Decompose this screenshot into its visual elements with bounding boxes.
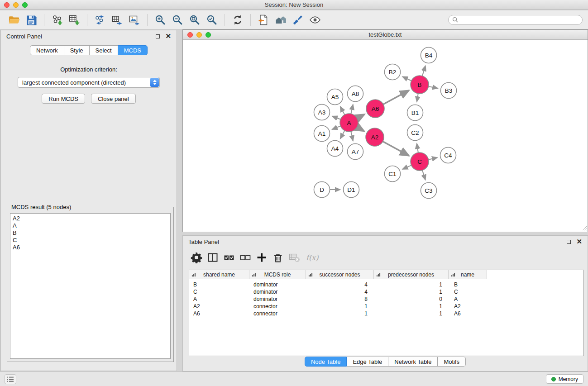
graph-node-A4[interactable]: A4	[327, 141, 343, 157]
graph-edge-C-C1[interactable]	[402, 165, 411, 169]
mcds-result-item[interactable]: A2	[13, 215, 168, 222]
graph-node-C4[interactable]: C4	[440, 148, 456, 163]
graph-node-D[interactable]: D	[314, 182, 330, 198]
close-panel-button[interactable]: Close panel	[91, 94, 136, 104]
run-mcds-button[interactable]: Run MCDS	[42, 94, 85, 104]
graph-node-B4[interactable]: B4	[421, 48, 437, 63]
graph-node-A[interactable]: A	[340, 114, 358, 132]
tab-mcds[interactable]: MCDS	[118, 45, 148, 55]
optimization-criterion-dropdown[interactable]: largest connected component (directed)	[18, 77, 160, 88]
memory-button[interactable]: Memory	[546, 374, 583, 384]
column-header-successor-nodes[interactable]: successor nodes	[306, 270, 374, 279]
graph-node-B1[interactable]: B1	[407, 105, 423, 121]
open-document-button[interactable]	[255, 12, 272, 28]
graph-edge-B-B4[interactable]	[422, 66, 425, 76]
graph-edge-A-A3[interactable]	[332, 116, 340, 119]
table-row[interactable]: Bdominator41B	[189, 281, 583, 288]
settings-gear-button[interactable]	[188, 250, 205, 265]
add-row-button[interactable]	[253, 250, 270, 265]
graph-edge-A-A6[interactable]	[357, 114, 365, 119]
close-traffic-button[interactable]	[4, 2, 10, 8]
graph-edge-A-A7[interactable]	[351, 132, 353, 141]
graph-edge-A-A4[interactable]	[340, 131, 345, 139]
tab-node-table[interactable]: Node Table	[305, 357, 347, 367]
open-session-button[interactable]	[5, 12, 23, 28]
mcds-result-item[interactable]: A	[13, 222, 168, 229]
search-input[interactable]	[460, 17, 578, 23]
graph-node-C1[interactable]: C1	[385, 166, 401, 182]
mcds-result-item[interactable]: C	[13, 237, 168, 244]
close-panel-icon[interactable]: ✕	[165, 34, 171, 38]
tab-motifs[interactable]: Motifs	[438, 357, 466, 367]
graph-edge-A2-C[interactable]	[383, 142, 409, 156]
graph-node-B3[interactable]: B3	[441, 83, 457, 99]
graph-node-C2[interactable]: C2	[407, 125, 423, 141]
zoom-in-button[interactable]	[152, 12, 169, 28]
delete-table-button[interactable]	[286, 250, 302, 265]
column-visibility-button[interactable]	[205, 250, 221, 265]
graph-node-A6[interactable]: A6	[366, 100, 384, 118]
graph-edge-A6-B[interactable]	[383, 91, 409, 105]
import-table-file-button[interactable]	[66, 12, 83, 28]
tab-network-table[interactable]: Network Table	[388, 357, 438, 367]
zoom-traffic-button[interactable]	[22, 2, 28, 8]
column-header-name[interactable]: name	[449, 270, 487, 279]
graph-edge-C-C3[interactable]	[422, 170, 425, 180]
tab-style[interactable]: Style	[64, 45, 90, 55]
minimize-traffic-button[interactable]	[13, 2, 19, 8]
delete-rows-button[interactable]	[270, 250, 286, 265]
table-row[interactable]: A2connector11A2	[189, 303, 583, 310]
zoom-fit-button[interactable]	[186, 12, 203, 28]
refresh-view-button[interactable]	[229, 12, 246, 28]
network-minimize-button[interactable]	[196, 32, 202, 38]
export-table-button[interactable]	[109, 12, 126, 28]
graph-node-B[interactable]: B	[411, 76, 429, 94]
graph-edge-A-A2[interactable]	[357, 127, 364, 131]
graph-node-D1[interactable]: D1	[344, 182, 359, 198]
network-zoom-button[interactable]	[206, 32, 211, 38]
column-header-predecessor-nodes[interactable]: predecessor nodes	[374, 270, 449, 279]
save-session-button[interactable]	[23, 12, 40, 28]
network-close-button[interactable]	[187, 32, 193, 38]
graph-node-B2[interactable]: B2	[385, 64, 401, 80]
tab-edge-table[interactable]: Edge Table	[347, 357, 388, 367]
graph-node-A1[interactable]: A1	[314, 126, 330, 142]
search-box[interactable]	[448, 15, 583, 25]
graph-edge-A-A8[interactable]	[351, 105, 353, 114]
graph-node-A8[interactable]: A8	[348, 86, 363, 102]
mcds-result-list[interactable]: A2ABCA6	[10, 213, 171, 359]
float-panel-icon[interactable]	[156, 34, 160, 38]
table-row[interactable]: A6connector11A6	[189, 310, 583, 317]
table-float-panel-icon[interactable]	[567, 240, 571, 244]
show-hide-eye-button[interactable]	[306, 12, 324, 28]
graph-edge-C-C4[interactable]	[429, 157, 438, 159]
export-network-button[interactable]	[91, 12, 109, 28]
network-canvas[interactable]: AA1A2A3A4A5A6A7A8BB1B2B3B4CC1C2C3C4DD1	[183, 40, 588, 232]
tab-network[interactable]: Network	[30, 45, 64, 55]
table-row[interactable]: Adominator80A	[189, 295, 583, 303]
mcds-result-item[interactable]: B	[13, 229, 168, 237]
panel-list-button[interactable]	[5, 374, 16, 384]
graph-node-A2[interactable]: A2	[366, 128, 384, 146]
graph-edge-C-C2[interactable]	[417, 143, 418, 152]
deselect-all-button[interactable]	[237, 250, 253, 265]
zoom-selected-button[interactable]	[203, 12, 220, 28]
home-view-button[interactable]	[272, 12, 289, 28]
tab-select[interactable]: Select	[90, 45, 118, 55]
resize-grip[interactable]	[582, 225, 587, 231]
graph-edge-B-B1[interactable]	[417, 94, 418, 102]
zoom-out-button[interactable]	[169, 12, 186, 28]
graph-node-A7[interactable]: A7	[348, 144, 363, 160]
graph-node-A3[interactable]: A3	[314, 105, 330, 120]
graph-edge-B-B3[interactable]	[429, 86, 438, 88]
graph-edge-A-A1[interactable]	[332, 126, 341, 129]
graph-edge-B-B2[interactable]	[402, 76, 411, 81]
table-close-panel-icon[interactable]: ✕	[576, 239, 582, 244]
column-header-MCDS-role[interactable]: MCDS role	[249, 270, 306, 279]
graph-edge-A-A5[interactable]	[340, 107, 345, 115]
style-brush-button[interactable]	[289, 12, 306, 28]
table-row[interactable]: Cdominator41C	[189, 288, 583, 295]
import-network-file-button[interactable]	[48, 12, 66, 28]
mcds-result-item[interactable]: A6	[13, 244, 168, 251]
select-all-button[interactable]	[221, 250, 237, 265]
